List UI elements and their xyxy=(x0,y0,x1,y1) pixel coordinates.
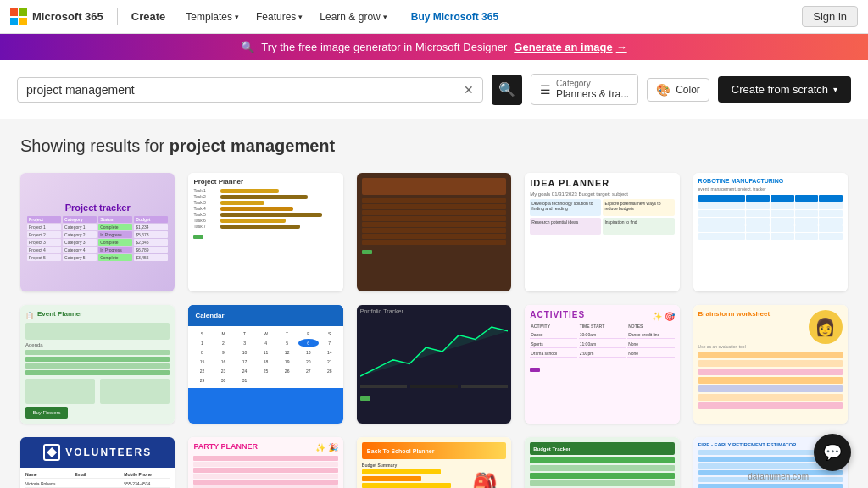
card-thumbnail: Budget Tracker xyxy=(525,437,679,488)
chart-svg xyxy=(360,318,508,385)
microsoft365-logo[interactable]: Microsoft 365 xyxy=(10,8,103,25)
search-section: ✕ 🔍 ☰ Category Planners & tra... 🎨 Color… xyxy=(0,60,868,119)
template-card-dark-management[interactable] xyxy=(357,173,511,291)
signin-button[interactable]: Sign in xyxy=(802,6,858,27)
palette-icon: 🎨 xyxy=(656,83,670,97)
microsoft-logo-icon xyxy=(10,8,27,25)
template-card-volunteers[interactable]: VOLUNTEERS Name Email Mobile Phone Victo… xyxy=(20,437,175,488)
template-card-project-planner[interactable]: Project Planner Task 1 Task 2 Task 3 xyxy=(188,173,342,291)
chevron-down-icon: ▾ xyxy=(383,13,387,21)
card-thumbnail: VOLUNTEERS Name Email Mobile Phone Victo… xyxy=(20,437,175,488)
search-button[interactable]: 🔍 xyxy=(492,75,522,105)
chevron-down-icon: ▾ xyxy=(298,13,303,21)
template-card-robotine[interactable]: ROBOTINE MANUFACTURING event, management… xyxy=(693,173,848,291)
filter-icon: ☰ xyxy=(540,83,551,97)
card-thumbnail: Project tracker Project Category Status … xyxy=(20,173,175,291)
card-thumbnail: ROBOTINE MANUFACTURING event, management… xyxy=(693,173,848,291)
template-grid: Project tracker Project Category Status … xyxy=(20,173,848,488)
card-thumbnail: Portfolio Tracker xyxy=(357,305,511,424)
card-thumbnail: Project Planner Task 1 Task 2 Task 3 xyxy=(188,173,342,291)
promo-banner: 🔍 Try the free image generator in Micros… xyxy=(0,34,868,60)
nav-templates[interactable]: Templates ▾ xyxy=(179,8,246,26)
category-filter[interactable]: ☰ Category Planners & tra... xyxy=(531,74,638,105)
chevron-down-icon: ▾ xyxy=(833,85,837,94)
chat-icon: 💬 xyxy=(823,443,842,462)
results-title: Showing results for project management xyxy=(20,136,848,156)
color-filter[interactable]: 🎨 Color xyxy=(647,78,709,102)
clear-icon[interactable]: ✕ xyxy=(464,83,474,97)
template-card-party-planner[interactable]: PARTY PLANNER ✨ 🎉 xyxy=(188,437,342,488)
chat-button[interactable]: 💬 xyxy=(814,434,851,471)
template-card-green-sheet[interactable]: Budget Tracker xyxy=(525,437,679,488)
template-card-calendar[interactable]: Calendar S M T W T F S 1 2 3 4 xyxy=(188,305,342,424)
promo-text: Try the free image generator in Microsof… xyxy=(261,41,507,53)
card-thumbnail: 📋 Event Planner Agenda Buy Flowers xyxy=(20,305,175,424)
svg-rect-3 xyxy=(19,18,27,25)
template-card-back-to-school[interactable]: Back To School Planner Budget Summary 🎒 … xyxy=(357,437,511,488)
search-icon: 🔍 xyxy=(498,81,515,97)
create-from-scratch-button[interactable]: Create from scratch ▾ xyxy=(718,76,851,103)
generate-image-link[interactable]: Generate an image → xyxy=(514,41,626,53)
nav-links: Templates ▾ Features ▾ Learn & grow ▾ xyxy=(179,8,393,26)
chevron-down-icon: ▾ xyxy=(235,13,239,21)
nav-features[interactable]: Features ▾ xyxy=(249,8,309,26)
promo-icon: 🔍 xyxy=(241,41,254,53)
thumb-table: Project Category Status Budget Project 1… xyxy=(27,216,168,262)
search-box: ✕ xyxy=(17,77,483,103)
card-thumbnail xyxy=(357,173,511,291)
datanumen-watermark: datanumen.com xyxy=(748,472,809,481)
card-thumbnail: ACTIVITIES ✨ 🎯 ACTIVITY TIME START NOTES… xyxy=(525,305,679,424)
card-thumbnail: Back To School Planner Budget Summary 🎒 … xyxy=(357,437,511,488)
svg-rect-1 xyxy=(19,8,27,16)
nav-learn[interactable]: Learn & grow ▾ xyxy=(313,8,393,26)
results-section: Showing results for project management P… xyxy=(0,119,868,488)
thumb-title: Project tracker xyxy=(65,202,131,213)
nav-divider xyxy=(117,8,118,25)
card-thumbnail: Calendar S M T W T F S 1 2 3 4 xyxy=(188,305,342,424)
card-thumbnail: PARTY PLANNER ✨ 🎉 xyxy=(188,437,342,488)
microsoft365-text: Microsoft 365 xyxy=(32,10,103,23)
template-card-dark-chart[interactable]: Portfolio Tracker xyxy=(357,305,511,424)
create-nav-label[interactable]: Create xyxy=(131,10,165,23)
category-filter-content: Category Planners & tra... xyxy=(556,79,629,100)
template-card-activities[interactable]: ACTIVITIES ✨ 🎯 ACTIVITY TIME START NOTES… xyxy=(525,305,679,424)
svg-rect-0 xyxy=(10,8,18,16)
card-thumbnail: IDEA PLANNER My goals 01/31/2023 Budget … xyxy=(525,173,679,291)
card-thumbnail: Brainstorm worksheet 👩 Use as an evaluat… xyxy=(693,305,848,424)
template-card-event-planner[interactable]: 📋 Event Planner Agenda Buy Flowers xyxy=(20,305,175,424)
top-navigation: Microsoft 365 Create Templates ▾ Feature… xyxy=(0,0,868,34)
search-input[interactable] xyxy=(26,83,457,97)
template-card-project-tracker[interactable]: Project tracker Project Category Status … xyxy=(20,173,175,291)
buy-link[interactable]: Buy Microsoft 365 xyxy=(411,11,498,23)
svg-rect-2 xyxy=(10,18,18,25)
template-card-brainstorm[interactable]: Brainstorm worksheet 👩 Use as an evaluat… xyxy=(693,305,848,424)
template-card-idea-planner[interactable]: IDEA PLANNER My goals 01/31/2023 Budget … xyxy=(525,173,679,291)
